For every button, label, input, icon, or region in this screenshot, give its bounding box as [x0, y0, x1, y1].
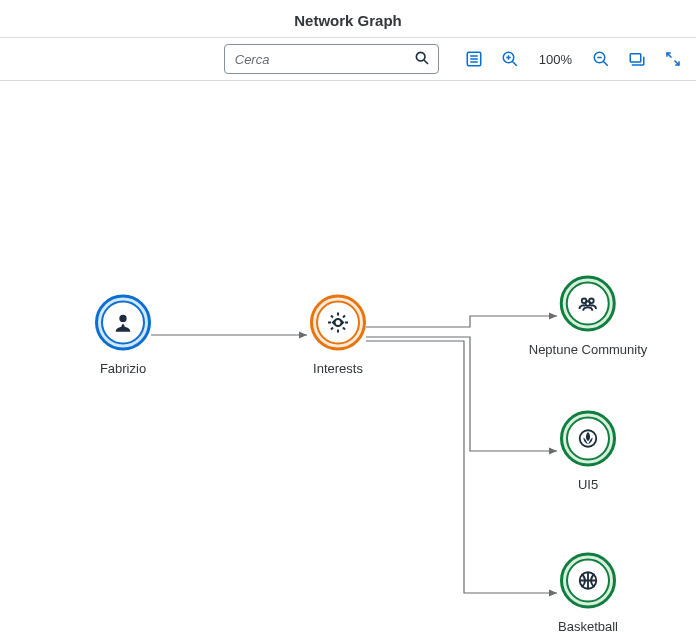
code-gear-icon	[326, 311, 350, 335]
toolbar: 100%	[0, 37, 696, 81]
node-neptune-community[interactable]: Neptune Community	[529, 276, 648, 357]
zoom-out-icon	[592, 50, 610, 68]
node-fabrizio[interactable]: Fabrizio	[95, 295, 151, 376]
person-icon	[112, 312, 134, 334]
svg-point-0	[416, 52, 425, 61]
node-label: Neptune Community	[529, 342, 648, 357]
phoenix-icon	[577, 428, 599, 450]
legend-button[interactable]	[463, 48, 485, 70]
node-label: UI5	[578, 477, 598, 492]
node-label: Fabrizio	[100, 361, 146, 376]
search-box[interactable]	[224, 44, 439, 74]
fullscreen-button[interactable]	[662, 48, 684, 70]
node-label: Basketball	[558, 619, 618, 634]
svg-line-11	[603, 61, 608, 66]
fit-screen-button[interactable]	[626, 48, 648, 70]
node-label: Interests	[313, 361, 363, 376]
search-icon[interactable]	[414, 50, 430, 69]
svg-point-24	[586, 301, 591, 306]
basketball-icon	[577, 570, 599, 592]
legend-icon	[465, 50, 483, 68]
fit-screen-icon	[628, 50, 646, 68]
zoom-out-button[interactable]	[590, 48, 612, 70]
node-interests[interactable]: Interests	[310, 295, 366, 376]
svg-point-19	[119, 315, 126, 322]
svg-line-7	[512, 61, 517, 66]
search-input[interactable]	[233, 51, 414, 68]
zoom-in-icon	[501, 50, 519, 68]
graph-canvas[interactable]: Fabrizio Interests Neptune	[0, 81, 696, 641]
node-ui5[interactable]: UI5	[560, 411, 616, 492]
zoom-in-button[interactable]	[499, 48, 521, 70]
svg-point-21	[335, 319, 342, 326]
svg-line-1	[424, 60, 428, 64]
community-icon	[577, 293, 599, 315]
node-basketball[interactable]: Basketball	[558, 553, 618, 634]
zoom-level: 100%	[535, 52, 576, 67]
svg-rect-13	[630, 54, 641, 62]
fullscreen-icon	[664, 50, 682, 68]
page-title: Network Graph	[0, 0, 696, 37]
